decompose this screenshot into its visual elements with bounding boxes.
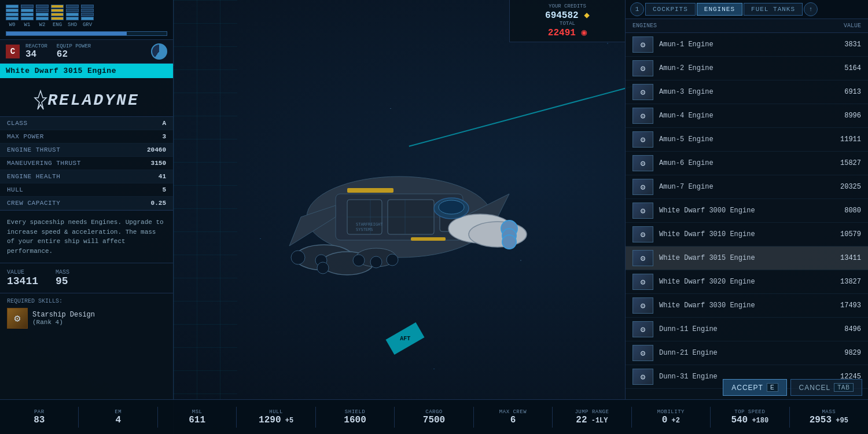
total-label: TOTAL [517,21,618,27]
engine-name: White Dwarf 3020 Engine [659,278,834,286]
credits-panel: YOUR CREDITS 694582 ◆ TOTAL 22491 ◉ [509,0,625,42]
bar-label-w2: W2 [36,22,49,28]
hud-bars: W0 W1 W2 ENG [0,0,173,39]
svg-point-28 [387,254,398,266]
engine-name: White Dwarf 3030 Engine [659,301,834,310]
bottom-stat: PAR83 [0,407,79,428]
stat-row: ENGINE HEALTH 41 [0,170,173,183]
engine-thumbnail: ⚙ [632,345,653,361]
stat-label: HULL [7,186,23,193]
skill-info: Starship Design (Rank 4) [32,311,95,326]
engine-value: 17493 [840,301,861,310]
stat-row: HULL 5 [0,183,173,197]
svg-point-21 [439,200,464,214]
engine-value: 6913 [844,88,861,96]
svg-marker-0 [35,91,46,109]
svg-point-10 [291,251,305,264]
engine-thumbnail: ⚙ [632,203,653,219]
value-amount: 13411 [7,275,38,287]
engine-list-item[interactable]: ⚙ Amun-5 Engine 11911 [626,128,868,152]
bottom-stat: TOP SPEED540 +180 [711,407,789,428]
engine-thumbnail: ⚙ [632,226,653,242]
engine-list-item[interactable]: ⚙ White Dwarf 3015 Engine 13411 [626,247,868,270]
credits-value: 694582 ◆ [517,9,618,21]
engine-list-item[interactable]: ⚙ Dunn-11 Engine 8496 [626,318,868,341]
bottom-stat-value: 22 -1LY [576,415,608,425]
total-value: 22491 ◉ [517,27,618,38]
bar-seg [66,13,79,16]
engine-list-item[interactable]: ⚙ White Dwarf 3010 Engine 10579 [626,223,868,247]
bottom-stat-value: 1290 +5 [259,415,293,425]
engine-list-item[interactable]: ⚙ Amun-4 Engine 8996 [626,104,868,128]
power-bar-track [6,31,167,36]
engine-list[interactable]: ⚙ Amun-1 Engine 3831 ⚙ Amun-2 Engine 516… [626,33,868,399]
nav-circle-right: ↑ [804,2,818,16]
stat-label: CREW CAPACITY [7,200,60,207]
bottom-stat: EM4 [79,407,157,428]
svg-rect-18 [347,188,393,193]
reactor-value: 34 [25,49,47,60]
skill-icon: ⚙ [7,308,28,329]
svg-rect-19 [411,237,446,241]
cancel-label: CANCEL [799,384,831,392]
bottom-stat: MOBILITY0 +2 [632,407,711,428]
spaceship-view: STARFREIGHT SYSTEMS [231,78,567,356]
engine-list-item[interactable]: ⚙ White Dwarf 3020 Engine 13827 [626,270,868,294]
bar-seg [51,9,64,12]
power-bar-fill [6,32,127,35]
stat-row: ENGINE THRUST 20460 [0,144,173,157]
total-symbol: ◉ [581,28,587,38]
cancel-button[interactable]: CANCEL TAB [790,379,862,396]
engine-value: 8080 [844,207,861,215]
engine-list-item[interactable]: ⚙ Amun-3 Engine 6913 [626,80,868,104]
stat-label: CLASS [7,120,28,127]
engine-list-item[interactable]: ⚙ Amun-1 Engine 3831 [626,33,868,57]
left-panel: W0 W1 W2 ENG [0,0,174,434]
bar-seg [6,13,19,16]
engine-list-item[interactable]: ⚙ Dunn-21 Engine 9829 [626,341,868,365]
bottom-stat-label: HULL [269,409,283,415]
tab-cockpits[interactable]: COCKPITS [645,3,696,16]
engine-thumbnail: ⚙ [632,321,653,337]
bar-seg [51,5,64,8]
engine-name: Amun-4 Engine [659,112,838,120]
accept-button[interactable]: ACCEPT E [723,379,786,396]
engine-list-item[interactable]: ⚙ Amun-2 Engine 5164 [626,57,868,80]
engine-value: 11911 [840,135,861,144]
stat-value: 3150 [151,160,166,167]
engine-list-item[interactable]: ⚙ Amun-7 Engine 20325 [626,175,868,199]
bar-shd: SHD [66,5,79,28]
engine-list-item[interactable]: ⚙ White Dwarf 3030 Engine 17493 [626,294,868,318]
bottom-stat-label: CARGO [425,409,443,415]
stat-label: ENGINE THRUST [7,146,60,153]
stat-value: A [162,120,166,127]
skills-label: REQUIRED SKILLS: [7,298,166,304]
bottom-stat-label: PAR [34,409,45,415]
engine-thumbnail: ⚙ [632,131,653,148]
bar-group-row: W0 W1 W2 ENG [6,5,167,28]
bottom-stat-label: MSL [192,409,203,415]
bottom-stat: MSL611 [158,407,237,428]
engine-name: Amun-1 Engine [659,41,838,49]
cancel-key: TAB [834,383,854,392]
tab-engines[interactable]: ENGINES [697,3,742,16]
bottom-stat-value: 611 [189,415,205,425]
bottom-stat-value: 0 +2 [662,415,680,425]
equip-circle [151,43,167,60]
engine-thumbnail: ⚙ [632,369,653,385]
engine-value: 9829 [844,349,861,357]
engine-value: 13411 [840,254,861,262]
bar-seg [6,17,19,20]
bar-label-eng: ENG [51,22,64,28]
bar-w1: W1 [21,5,34,28]
right-panel: 1 COCKPITS ENGINES FUEL TANKS ↑ ENGINES … [625,0,868,399]
tab-fuel-tanks[interactable]: FUEL TANKS [744,3,803,16]
engine-value: 15827 [840,159,861,167]
bottom-stat-label: TOP SPEED [734,409,765,415]
action-buttons: ACCEPT E CANCEL TAB [723,379,862,396]
bar-seg [81,9,94,12]
stat-value: 5 [162,186,166,193]
bottom-stat: CARGO7500 [395,407,473,428]
engine-list-item[interactable]: ⚙ Amun-6 Engine 15827 [626,152,868,175]
engine-list-item[interactable]: ⚙ White Dwarf 3000 Engine 8080 [626,199,868,223]
